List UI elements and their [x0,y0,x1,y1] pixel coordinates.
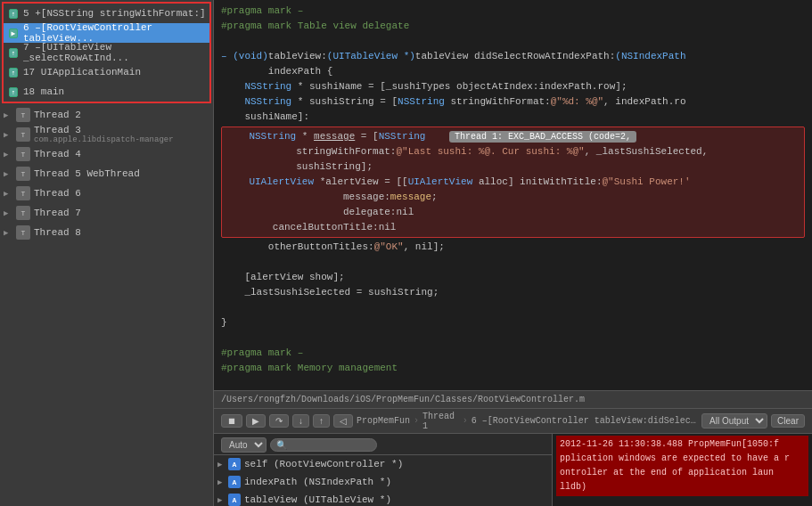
clear-button[interactable]: Clear [771,414,805,428]
thread-3-arrow: ▶ [4,130,12,140]
console-error-block: 2012-11-26 11:30:38.488 PropMemFun[1050:… [556,436,808,496]
code-line-blank1 [221,34,805,49]
restart-button[interactable]: ⏹ [221,414,242,428]
variables-panel: Auto ▶ A self (RootViewController *) ▶ A… [214,434,553,506]
frame-icon-5: ⇡ [7,7,20,20]
frame-item-7[interactable]: ⇡ 7 –[UITableView _selectRowAtInd... [4,43,209,62]
var-indexpath-icon: A [228,476,241,488]
thread-3-item[interactable]: ▶ T Thread 3 com.apple.libdispatch-manag… [0,125,213,144]
thread-5-label: Thread 5 WebThread [34,168,140,179]
frame-label-7: 7 –[UITableView _selectRowAtInd... [23,42,206,63]
frame-item-18[interactable]: ⇡ 18 main [4,82,209,102]
var-tableview[interactable]: ▶ A tableView (UITableView *) [214,491,552,506]
thread-3-label: Thread 3 [34,125,174,135]
auto-selector[interactable]: Auto [221,437,267,453]
variable-search-input[interactable] [270,438,377,452]
code-hl-6: delegate:nil [226,205,800,220]
thread-5-icon: T [16,167,30,181]
code-line-3: NSString * sushiName = [_sushiTypes obje… [221,79,805,94]
frame-label-6: 6 –[RootViewController tableView... [23,22,206,44]
var-tableview-icon: A [228,494,241,506]
code-hl-5: message:message; [226,190,800,205]
console-error-2: pplication windows are expected to have … [560,452,805,466]
thread-7-arrow: ▶ [4,208,12,218]
code-method: tableView: [268,51,327,61]
thread-7-item[interactable]: ▶ T Thread 7 [0,203,213,223]
console-error-3: ontroller at the end of application laun [560,466,805,480]
thread-5-item[interactable]: ▶ T Thread 5 WebThread [0,164,213,184]
bottom-area: /Users/rongfzh/Downloads/iOS/PropMemFun/… [214,390,812,506]
code-hl-4: UIAlertView *alertView = [[UIAlertView a… [226,175,800,190]
code-pragma-mark: #pragma mark – [221,4,805,19]
thread-4-item[interactable]: ▶ T Thread 4 [0,144,213,164]
var-self-label: self (RootViewController *) [244,459,403,469]
thread-8-icon: T [16,225,30,240]
breadcrumb-frame: 6 –[RootViewController tableView:didSele… [472,416,698,426]
console-error-1: 2012-11-26 11:30:38.488 PropMemFun[1050:… [560,437,805,452]
code-pragma3: #pragma mark Memory management [221,361,805,376]
thread-list: ▶ T Thread 2 ▶ T Thread 3 com.apple.libd… [0,105,213,242]
code-method2: didSelectRowAtIndexPath: [474,51,615,61]
thread-8-label: Thread 8 [34,227,81,238]
code-line-blank3 [221,300,805,315]
thread-6-item[interactable]: ▶ T Thread 6 [0,184,213,203]
var-tableview-arrow: ▶ [217,495,228,505]
thread-6-label: Thread 6 [34,188,81,199]
thread-5-arrow: ▶ [4,169,12,179]
thread-3-icon: T [16,127,30,142]
breadcrumb-app: PropMemFun [357,416,410,426]
file-path-text: /Users/rongfzh/Downloads/iOS/PropMemFun/… [221,395,585,404]
step-back-button[interactable]: ◁ [333,414,353,428]
thread-frame-box: ⇡ 5 +[NSString stringWithFormat:] ▶ 6 –[… [2,2,211,103]
thread-8-item[interactable]: ▶ T Thread 8 [0,223,213,242]
frame-label-17: 17 UIApplicationMain [23,67,141,78]
thread-8-arrow: ▶ [4,228,12,238]
frame-label-5: 5 +[NSString stringWithFormat:] [23,8,206,19]
console-panel: 2012-11-26 11:30:38.488 PropMemFun[1050:… [553,434,812,506]
var-self-arrow: ▶ [217,460,228,469]
error-highlight-block: NSString * message = [NSString Thread 1:… [221,126,805,238]
var-self[interactable]: ▶ A self (RootViewController *) [214,455,552,473]
continue-button[interactable]: ▶ [246,414,266,428]
code-line-6: otherButtonTitles:@"OK", nil]; [221,240,805,255]
code-line-9: } [221,315,805,331]
breadcrumb-thread: Thread 1 [422,412,459,431]
file-path-bar: /Users/rongfzh/Downloads/iOS/PropMemFun/… [214,391,812,409]
var-indexpath-label: indexPath (NSIndexPath *) [244,477,391,487]
code-line-7: [alertView show]; [221,270,805,285]
thread-3-sub: com.apple.libdispatch-manager [34,135,174,144]
frame-icon-7: ⇡ [7,46,20,59]
step-over-button[interactable]: ↷ [269,414,289,428]
thread-4-label: Thread 4 [34,149,81,159]
var-tableview-label: tableView (UITableView *) [244,494,391,505]
step-out-button[interactable]: ↑ [313,414,330,428]
console-error-4: lldb) [560,480,805,494]
frame-item-17[interactable]: ⇡ 17 UIApplicationMain [4,62,209,82]
code-pragma-table: #pragma mark Table view delegate [221,19,805,34]
code-area: #pragma mark – #pragma mark Table view d… [214,0,812,506]
breadcrumb-sep2: › [463,416,468,426]
main-container: ⇡ 5 +[NSString stringWithFormat:] ▶ 6 –[… [0,0,812,506]
thread-6-icon: T [16,186,30,200]
frame-icon-6: ▶ [7,27,20,39]
code-line-1: – (void)tableView:(UITableView *)tableVi… [221,49,805,64]
frame-item-6[interactable]: ▶ 6 –[RootViewController tableView... [4,23,209,43]
code-line-blank4 [221,331,805,346]
thread-4-icon: T [16,147,30,161]
code-line-5: sushiName]: [221,110,805,125]
var-self-icon: A [228,458,241,470]
output-selector[interactable]: All Output [701,413,767,428]
code-hl-1: NSString * message = [NSString Thread 1:… [226,129,800,144]
var-indexpath[interactable]: ▶ A indexPath (NSIndexPath *) [214,473,552,491]
code-pragma2: #pragma mark – [221,346,805,361]
frame-item-5[interactable]: ⇡ 5 +[NSString stringWithFormat:] [4,4,209,23]
sidebar: ⇡ 5 +[NSString stringWithFormat:] ▶ 6 –[… [0,0,214,506]
code-line-blank2 [221,255,805,270]
code-hl-3: sushiString]; [226,159,800,175]
thread-2-item[interactable]: ▶ T Thread 2 [0,105,213,125]
thread-2-icon: T [16,108,30,122]
code-hl-7: cancelButtonTitle:nil [226,220,800,235]
breadcrumb-sep1: › [414,416,419,426]
var-indexpath-arrow: ▶ [217,477,228,487]
step-into-button[interactable]: ↓ [292,414,309,428]
